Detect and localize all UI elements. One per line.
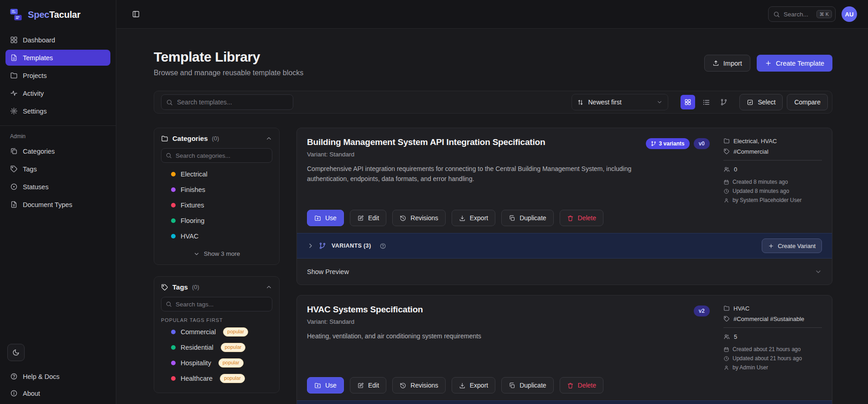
- tag-icon: [10, 165, 18, 173]
- sidebar-item-help-docs[interactable]: Help & Docs: [5, 368, 110, 384]
- tag-icon: [723, 148, 730, 155]
- sidebar-item-settings[interactable]: Settings: [5, 103, 110, 119]
- template-card: Building Management System API Integrati…: [296, 128, 832, 285]
- category-label: Fixtures: [181, 202, 204, 209]
- export-button[interactable]: Export: [452, 377, 495, 394]
- meta-author: by Admin User: [723, 364, 822, 371]
- sidebar-item-label: Settings: [23, 108, 47, 115]
- select-button[interactable]: Select: [739, 94, 783, 110]
- tags-panel-header[interactable]: Tags (0): [161, 283, 272, 291]
- template-description: Heating, ventilation, and air conditioni…: [307, 331, 685, 342]
- sort-select[interactable]: Newest first: [572, 94, 668, 110]
- variants-count-badge[interactable]: 3 variants: [646, 138, 690, 149]
- tag-item[interactable]: Residentialpopular: [161, 340, 272, 355]
- search-icon: [773, 11, 780, 18]
- category-item[interactable]: Flooring: [161, 213, 272, 228]
- tag-color-dot: [171, 330, 176, 334]
- sidebar-item-projects[interactable]: Projects: [5, 67, 110, 83]
- show-more-categories-button[interactable]: Show 3 more: [161, 249, 272, 258]
- use-button[interactable]: Use: [307, 210, 344, 226]
- category-item[interactable]: HVAC: [161, 228, 272, 244]
- tag-label: Hospitality: [181, 359, 211, 367]
- meta-updated-value: Updated 8 minutes ago: [733, 188, 789, 194]
- delete-button[interactable]: Delete: [560, 377, 603, 394]
- meta-updated-value: Updated about 21 hours ago: [733, 355, 802, 362]
- import-button-label: Import: [723, 60, 742, 67]
- delete-button[interactable]: Delete: [560, 210, 603, 226]
- category-item[interactable]: Fixtures: [161, 197, 272, 213]
- user-icon: [723, 197, 729, 203]
- list-view-button[interactable]: [699, 95, 713, 109]
- import-button[interactable]: Import: [704, 55, 750, 72]
- delete-button-label: Delete: [578, 214, 596, 222]
- grid-view-button[interactable]: [681, 95, 695, 109]
- category-item[interactable]: Electrical: [161, 166, 272, 182]
- compare-button-label: Compare: [794, 98, 821, 106]
- sidebar-item-label: Categories: [23, 148, 55, 155]
- tags-search-input[interactable]: Search tags...: [161, 297, 272, 311]
- edit-button[interactable]: Edit: [350, 377, 386, 394]
- categories-panel-header[interactable]: Categories (0): [161, 135, 272, 142]
- branch-view-button[interactable]: [717, 95, 731, 109]
- sidebar-item-label: Help & Docs: [23, 373, 60, 380]
- toolbar-right: Newest first Select Compare: [572, 94, 828, 110]
- revisions-button-label: Revisions: [411, 214, 438, 222]
- page-title-block: Template Library Browse and manage reusa…: [154, 49, 303, 77]
- primary-nav: Dashboard Templates Projects Activity Se…: [0, 27, 116, 119]
- use-button[interactable]: Use: [307, 377, 344, 394]
- help-circle-icon[interactable]: [379, 243, 386, 249]
- compare-button[interactable]: Compare: [787, 94, 828, 110]
- header-actions: Import Create Template: [704, 55, 832, 72]
- users-icon: [723, 166, 730, 173]
- template-search-input[interactable]: Search templates...: [161, 94, 293, 110]
- sidebar-item-label: Templates: [23, 54, 53, 62]
- show-more-label: Show 3 more: [204, 250, 240, 257]
- create-variant-button[interactable]: Create Variant: [762, 238, 822, 253]
- duplicate-button[interactable]: Duplicate: [501, 377, 553, 394]
- sidebar-toggle-button[interactable]: [129, 7, 143, 21]
- categories-search-input[interactable]: Search categories...: [161, 148, 272, 163]
- chevron-up-icon: [265, 135, 272, 142]
- sidebar-item-tags[interactable]: Tags: [5, 161, 110, 177]
- main-column: Search... ⌘ K AU Template Library Browse…: [116, 0, 868, 404]
- tags-filter-panel: Tags (0) Search tags... POPULAR TAGS FIR…: [154, 276, 280, 393]
- tag-color-dot: [171, 361, 176, 365]
- sidebar-item-templates[interactable]: Templates: [5, 50, 110, 66]
- sidebar-item-activity[interactable]: Activity: [5, 85, 110, 101]
- global-search-placeholder: Search...: [784, 11, 808, 18]
- create-template-button[interactable]: Create Template: [757, 55, 832, 72]
- template-search-placeholder: Search templates...: [177, 98, 232, 106]
- category-item[interactable]: Finishes: [161, 182, 272, 197]
- edit-button[interactable]: Edit: [350, 210, 386, 226]
- sidebar-item-document-types[interactable]: Document Types: [5, 197, 110, 212]
- sidebar-item-categories[interactable]: Categories: [5, 143, 110, 159]
- layers-icon: [10, 147, 18, 155]
- info-circle-icon: [10, 389, 18, 397]
- plus-icon: [768, 243, 774, 249]
- tag-item[interactable]: Hospitalitypopular: [161, 355, 272, 371]
- sidebar-item-dashboard[interactable]: Dashboard: [5, 32, 110, 48]
- chevron-right-icon[interactable]: [307, 242, 314, 249]
- export-button[interactable]: Export: [452, 210, 495, 226]
- sort-selected-value: Newest first: [588, 98, 621, 106]
- content-row: Categories (0) Search categories... Elec…: [154, 128, 832, 404]
- app-logo[interactable]: SpecTacular: [0, 0, 116, 27]
- tag-color-dot: [171, 376, 176, 381]
- meta-categories-value: HVAC: [733, 305, 749, 313]
- theme-toggle-button[interactable]: [7, 344, 25, 361]
- user-avatar[interactable]: AU: [842, 6, 857, 22]
- sidebar-item-about[interactable]: About: [5, 385, 110, 401]
- revisions-button[interactable]: Revisions: [392, 210, 446, 226]
- card-meta: HVAC #Commercial #Sustainable 5: [723, 305, 822, 373]
- duplicate-button[interactable]: Duplicate: [501, 210, 553, 226]
- export-button-label: Export: [470, 214, 488, 222]
- meta-updated: Updated about 21 hours ago: [723, 355, 822, 362]
- revisions-button-label: Revisions: [411, 382, 438, 389]
- revisions-button[interactable]: Revisions: [392, 377, 446, 394]
- topbar: Search... ⌘ K AU: [116, 0, 868, 29]
- tag-item[interactable]: Commercialpopular: [161, 324, 272, 340]
- global-search-input[interactable]: Search... ⌘ K: [768, 6, 836, 22]
- show-preview-toggle[interactable]: Show Preview: [297, 259, 832, 285]
- sidebar-item-statuses[interactable]: Statuses: [5, 179, 110, 195]
- tag-item[interactable]: Healthcarepopular: [161, 371, 272, 386]
